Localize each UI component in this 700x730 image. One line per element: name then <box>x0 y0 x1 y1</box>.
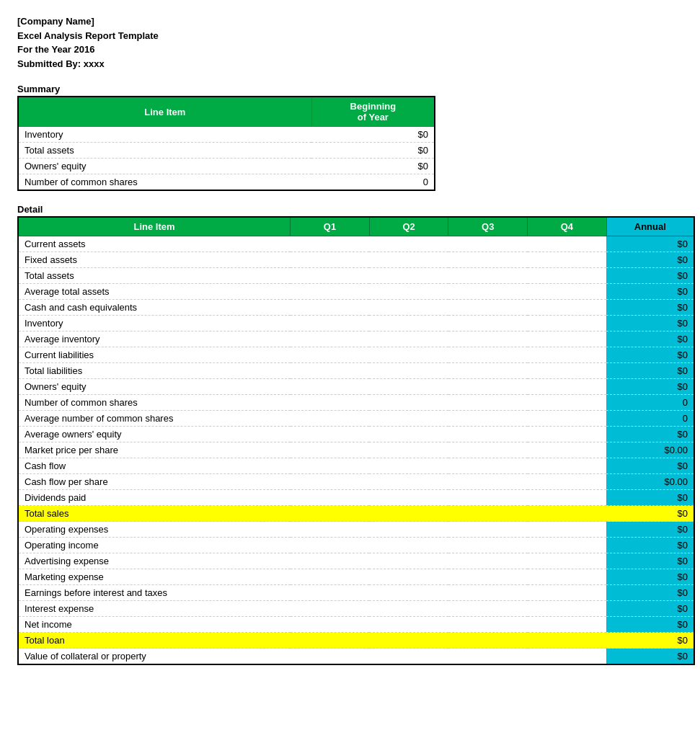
detail-row: Operating expenses$0 <box>18 522 694 538</box>
detail-item-label: Net income <box>18 617 291 633</box>
detail-item-label: Total sales <box>18 506 291 522</box>
detail-annual-cell: $0 <box>606 347 694 363</box>
detail-item-label: Marketing expense <box>18 569 291 585</box>
header: [Company Name] Excel Analysis Report Tem… <box>17 14 683 71</box>
detail-q4-cell <box>528 649 607 665</box>
detail-q2-cell <box>369 427 448 442</box>
detail-q4-cell <box>528 316 607 331</box>
detail-q3-cell <box>448 538 528 553</box>
summary-item-label: Number of common shares <box>18 174 311 191</box>
header-line1: [Company Name] <box>17 14 683 29</box>
detail-q2-cell <box>369 331 448 347</box>
detail-annual-cell: $0 <box>606 363 694 379</box>
detail-q3-cell <box>448 236 528 252</box>
detail-item-label: Market price per share <box>18 442 291 458</box>
detail-row: Number of common shares0 <box>18 395 694 411</box>
detail-q1-cell <box>291 395 370 411</box>
detail-annual-cell: $0 <box>606 458 694 474</box>
summary-item-label: Total assets <box>18 143 311 159</box>
detail-q4-cell <box>528 458 607 474</box>
detail-item-label: Total liabilities <box>18 363 291 379</box>
detail-q2-cell <box>369 538 448 553</box>
detail-q4-cell <box>528 347 607 363</box>
detail-item-label: Total loan <box>18 633 291 649</box>
detail-annual-cell: $0 <box>606 331 694 347</box>
detail-q1-cell <box>291 331 370 347</box>
detail-row: Average total assets$0 <box>18 284 694 300</box>
detail-row: Current assets$0 <box>18 236 694 252</box>
detail-q4-cell <box>528 268 607 284</box>
detail-q2-cell <box>369 601 448 617</box>
header-line2: Excel Analysis Report Template <box>17 29 683 43</box>
detail-q4-cell <box>528 252 607 268</box>
detail-q2-cell <box>369 316 448 331</box>
detail-row: Value of collateral or property$0 <box>18 649 694 665</box>
summary-col-lineitem: Line Item <box>18 97 311 127</box>
detail-row: Advertising expense$0 <box>18 553 694 569</box>
detail-q1-cell <box>291 633 370 649</box>
detail-q2-cell <box>369 506 448 522</box>
detail-annual-cell: $0 <box>606 236 694 252</box>
detail-q1-cell <box>291 442 370 458</box>
detail-q4-cell <box>528 331 607 347</box>
summary-item-value: $0 <box>311 143 435 159</box>
header-line4: Submitted By: xxxx <box>17 57 683 71</box>
detail-q2-cell <box>369 442 448 458</box>
detail-q1-cell <box>291 363 370 379</box>
detail-table: Line Item Q1 Q2 Q3 Q4 Annual Current ass… <box>17 216 695 665</box>
detail-q4-cell <box>528 474 607 490</box>
detail-q1-cell <box>291 458 370 474</box>
detail-row: Average number of common shares0 <box>18 411 694 427</box>
detail-q2-cell <box>369 649 448 665</box>
detail-q3-cell <box>448 569 528 585</box>
detail-q2-cell <box>369 347 448 363</box>
detail-q2-cell <box>369 236 448 252</box>
detail-q3-cell <box>448 347 528 363</box>
detail-item-label: Current assets <box>18 236 291 252</box>
detail-q2-cell <box>369 553 448 569</box>
detail-row: Inventory$0 <box>18 316 694 331</box>
detail-q2-cell <box>369 585 448 601</box>
detail-q3-cell <box>448 363 528 379</box>
detail-row: Owners' equity$0 <box>18 379 694 395</box>
detail-col-q2: Q2 <box>369 217 448 236</box>
detail-q4-cell <box>528 427 607 442</box>
detail-row: Net income$0 <box>18 617 694 633</box>
detail-row: Total sales$0 <box>18 506 694 522</box>
detail-item-label: Advertising expense <box>18 553 291 569</box>
detail-annual-cell: $0 <box>606 300 694 316</box>
detail-q2-cell <box>369 300 448 316</box>
detail-row: Current liabilities$0 <box>18 347 694 363</box>
detail-item-label: Value of collateral or property <box>18 649 291 665</box>
detail-row: Operating income$0 <box>18 538 694 553</box>
detail-q3-cell <box>448 395 528 411</box>
detail-q2-cell <box>369 617 448 633</box>
detail-annual-cell: $0 <box>606 316 694 331</box>
summary-label: Summary <box>17 84 683 94</box>
detail-q4-cell <box>528 363 607 379</box>
detail-q3-cell <box>448 553 528 569</box>
detail-col-lineitem: Line Item <box>18 217 291 236</box>
detail-row: Interest expense$0 <box>18 601 694 617</box>
detail-q4-cell <box>528 569 607 585</box>
detail-q3-cell <box>448 442 528 458</box>
detail-q1-cell <box>291 316 370 331</box>
detail-q4-cell <box>528 442 607 458</box>
detail-annual-cell: $0 <box>606 284 694 300</box>
detail-item-label: Average owners' equity <box>18 427 291 442</box>
detail-q2-cell <box>369 411 448 427</box>
detail-q3-cell <box>448 617 528 633</box>
detail-q1-cell <box>291 553 370 569</box>
detail-q3-cell <box>448 252 528 268</box>
detail-q1-cell <box>291 522 370 538</box>
detail-q4-cell <box>528 522 607 538</box>
detail-q1-cell <box>291 284 370 300</box>
summary-item-label: Owners' equity <box>18 159 311 174</box>
detail-q3-cell <box>448 522 528 538</box>
detail-q3-cell <box>448 300 528 316</box>
detail-q2-cell <box>369 490 448 506</box>
detail-q2-cell <box>369 474 448 490</box>
summary-row: Total assets$0 <box>18 143 435 159</box>
summary-item-value: $0 <box>311 159 435 174</box>
detail-q2-cell <box>369 379 448 395</box>
